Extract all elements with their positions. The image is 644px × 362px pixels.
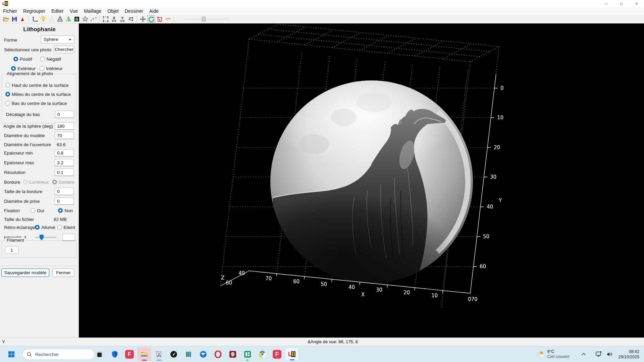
running-indicator: [157, 360, 161, 361]
move-y-icon[interactable]: Y: [118, 15, 126, 23]
fixation-non-label: Non: [64, 208, 73, 213]
search-icon: [27, 352, 32, 357]
haut-radio[interactable]: [5, 83, 10, 87]
toolbar-zoom-slider[interactable]: [184, 15, 229, 23]
thunderbird-icon[interactable]: [197, 348, 210, 361]
save-model-button[interactable]: Sauvegarder modèle: [1, 268, 49, 277]
texture-icon[interactable]: [73, 15, 80, 23]
save-icon[interactable]: [10, 15, 18, 23]
bas-radio[interactable]: [5, 101, 10, 106]
zoom-slider-thumb[interactable]: [202, 17, 206, 21]
menu-maillage[interactable]: Maillage: [81, 7, 104, 15]
intensite-slider-thumb[interactable]: [40, 235, 44, 240]
viewport-3d-plot: 0 10 20 30 40 50 60 Y 70 60 50 40 30 20 …: [79, 23, 644, 338]
menu-editer[interactable]: Editer: [48, 7, 67, 15]
decalage-input[interactable]: [55, 111, 74, 118]
network-icon[interactable]: [595, 351, 602, 357]
axes-icon[interactable]: [31, 15, 39, 23]
defender-icon[interactable]: [108, 348, 121, 361]
eteint-radio[interactable]: [57, 225, 62, 230]
select-box-icon[interactable]: [102, 15, 109, 23]
close-button[interactable]: ×: [629, 0, 644, 7]
positif-radio[interactable]: [13, 57, 18, 61]
y-axis-tick-label: 0: [500, 85, 504, 91]
intensite-input[interactable]: [62, 234, 75, 241]
angle-sphere-input[interactable]: [55, 122, 74, 130]
move-z-icon[interactable]: Z: [127, 15, 135, 23]
opera-icon[interactable]: [211, 348, 225, 361]
resolution-input[interactable]: [55, 169, 74, 176]
menu-regrouper[interactable]: Regrouper: [20, 7, 48, 15]
spline-icon[interactable]: [90, 15, 97, 23]
move-x-glyph: X: [113, 16, 115, 20]
weather-block[interactable]: 9°C Ciel couvert: [547, 349, 569, 359]
toolbar-separator: [174, 16, 174, 22]
pan-icon[interactable]: [139, 15, 147, 23]
menu-fichier[interactable]: Fichier: [0, 7, 20, 15]
taille-fichier-row: Taille du fichier 82 MB: [0, 215, 79, 223]
filament-input[interactable]: [5, 246, 18, 254]
chercher-button[interactable]: Chercher: [54, 46, 74, 53]
maximize-button[interactable]: □: [614, 0, 629, 7]
sharex-icon[interactable]: [241, 348, 254, 361]
undo-view-icon[interactable]: [164, 15, 172, 23]
light-icon[interactable]: [39, 15, 47, 23]
panel-separator: [0, 265, 79, 266]
intensite-slider[interactable]: [35, 237, 56, 238]
menu-dessiner[interactable]: Dessiner: [122, 7, 146, 15]
diametre-prise-input[interactable]: [55, 197, 74, 205]
x-axis-tick-label: 50: [321, 281, 327, 287]
decalage-label: Décalage du bas: [6, 112, 40, 117]
temperature: 9°C: [547, 349, 569, 354]
interieur-radio[interactable]: [40, 66, 44, 71]
mesh-grid-icon[interactable]: [48, 15, 55, 23]
start-button[interactable]: [5, 348, 18, 361]
freemake-icon[interactable]: F: [123, 348, 136, 361]
wire-cone-icon[interactable]: [56, 15, 64, 23]
snipping-icon[interactable]: [152, 348, 166, 361]
chrome-icon[interactable]: [256, 348, 269, 361]
move-x-icon[interactable]: X: [110, 15, 118, 23]
kraken-icon[interactable]: [226, 348, 239, 361]
menu-vue[interactable]: Vue: [67, 7, 81, 15]
status-left-text: Y: [2, 339, 5, 344]
taille-bordure-input[interactable]: [55, 188, 74, 195]
speaker-icon[interactable]: [606, 351, 613, 357]
stack-app-icon[interactable]: [182, 348, 195, 361]
running-indicator: [142, 360, 147, 361]
epaisseur-min-input[interactable]: [55, 149, 74, 157]
taskbar-search[interactable]: Rechercher: [22, 349, 95, 360]
y-axis-tick-label: 30: [490, 174, 496, 180]
annotate-icon[interactable]: [19, 15, 26, 23]
y-axis-title: Y: [498, 197, 502, 203]
fixation-non-radio[interactable]: [58, 208, 63, 213]
exterieur-radio[interactable]: [11, 66, 16, 71]
open-file-icon[interactable]: [2, 15, 10, 23]
close-panel-button[interactable]: Fermer: [52, 268, 74, 277]
freemake-letter: F: [275, 351, 279, 358]
taille-bordure-label: Taille de la bordure: [4, 189, 42, 194]
forme-dropdown[interactable]: Sphère: [41, 36, 74, 44]
epaisseur-max-input[interactable]: [55, 159, 74, 166]
minimize-button[interactable]: –: [599, 0, 614, 7]
star-icon[interactable]: [81, 15, 89, 23]
solid-cone-icon[interactable]: [64, 15, 72, 23]
tray-chevron-up-icon[interactable]: [581, 353, 586, 356]
explorer-icon[interactable]: [138, 348, 151, 361]
allume-radio[interactable]: [35, 225, 40, 230]
alignement-option-row: Bas du centre de la surface: [2, 99, 76, 107]
task-view-icon[interactable]: [93, 348, 107, 361]
fixation-oui-radio[interactable]: [31, 208, 35, 213]
litho-app-icon[interactable]: LB: [285, 348, 299, 361]
viewport-3d[interactable]: 0 10 20 30 40 50 60 Y 70 60 50 40 30 20 …: [79, 23, 644, 338]
rotate-icon[interactable]: [147, 15, 155, 23]
diametre-modele-input[interactable]: [55, 132, 74, 139]
menu-objet[interactable]: Objet: [104, 7, 121, 15]
clock-block[interactable]: 08:42 29/10/2025: [618, 349, 639, 360]
freemake-2-icon[interactable]: F: [270, 348, 284, 361]
milieu-radio[interactable]: [5, 92, 10, 97]
negatif-radio[interactable]: [40, 57, 45, 61]
menu-aide[interactable]: Aide: [146, 7, 162, 15]
dark-app-icon[interactable]: [167, 348, 180, 361]
pivot-icon[interactable]: [156, 15, 163, 23]
